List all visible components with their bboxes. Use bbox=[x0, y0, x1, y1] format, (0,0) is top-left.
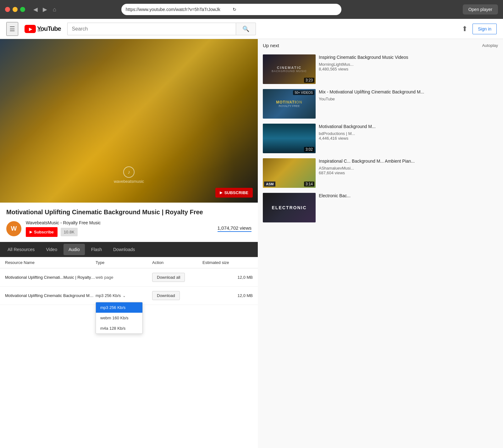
youtube-logo[interactable]: YouTube UA bbox=[25, 25, 61, 33]
suggested-video-5[interactable]: ELECTRONIC Electronic Bac... bbox=[258, 190, 503, 225]
open-player-button[interactable]: Open player bbox=[463, 4, 498, 14]
header-action: Action bbox=[152, 260, 202, 265]
video-meta-title-4: Inspirational C... Background M... Ambie… bbox=[319, 158, 498, 165]
youtube-logo-icon bbox=[25, 25, 36, 33]
youtube-header: ☰ YouTube UA 🔍 ⬆ Sign in bbox=[0, 19, 503, 39]
video-meta-4: Inspirational C... Background M... Ambie… bbox=[319, 158, 498, 188]
asm-badge: ASM bbox=[264, 182, 275, 187]
table-row: Motivational Uplifting Cinematic Backgro… bbox=[0, 287, 258, 305]
video-thumbnail-5: ELECTRONIC bbox=[263, 193, 316, 222]
video-container[interactable]: ♪ wavebeatsmusic SUBSCRIBE bbox=[0, 39, 258, 203]
address-bar[interactable]: https://www.youtube.com/watch?v=5hTaTrJo… bbox=[121, 4, 341, 15]
wavebeats-text: wavebeatsmusic bbox=[114, 179, 144, 184]
dropdown-option-webm[interactable]: webm 160 Kb/s bbox=[96, 313, 142, 323]
resources-table: Resource Name Type Action Estimated size… bbox=[0, 257, 258, 448]
tab-audio[interactable]: Audio bbox=[64, 244, 85, 255]
maximize-traffic-light[interactable] bbox=[20, 7, 25, 12]
video-duration-1: 3:23 bbox=[304, 78, 314, 83]
left-panel: ♪ wavebeatsmusic SUBSCRIBE Motivational … bbox=[0, 39, 258, 448]
video-thumbnail-1: CINEMATIC BACKGROUND MUSIC 3:23 bbox=[263, 54, 316, 84]
minimize-traffic-light[interactable] bbox=[13, 7, 18, 12]
resource-tabs: All Resources Video Audio Flash Download… bbox=[0, 242, 258, 257]
view-count: 1,074,702 views bbox=[218, 225, 252, 232]
tab-all-resources[interactable]: All Resources bbox=[3, 244, 40, 255]
video-meta-views-4: 687,604 views bbox=[319, 171, 498, 175]
video-meta-title-5: Electronic Bac... bbox=[319, 193, 498, 199]
resource-size-1: 12,0 MB bbox=[202, 275, 253, 280]
type-dropdown[interactable]: mp3 256 Kb/s ⌄ mp3 256 Kb/s webm 160 Kb/… bbox=[96, 293, 126, 298]
video-title: Motivational Uplifting Cinematic Backgro… bbox=[6, 208, 252, 216]
video-thumbnail-2: MOTIVATION ROYALTY FREE 50+ VIDEOS bbox=[263, 89, 316, 119]
resource-type-2: mp3 256 Kb/s ⌄ mp3 256 Kb/s webm 160 Kb/… bbox=[96, 293, 152, 298]
channel-actions: ▶ Subscribe 10.8K bbox=[26, 227, 213, 237]
video-meta-channel-4: AShamaluevMusi... bbox=[319, 166, 498, 171]
video-meta-3: Motivational Background M... bdProductio… bbox=[319, 124, 498, 153]
video-meta-title-2: Mix - Motivational Uplifting Cinematic B… bbox=[319, 89, 498, 95]
search-button[interactable]: 🔍 bbox=[236, 23, 256, 35]
cinematic-sub: BACKGROUND MUSIC bbox=[272, 70, 307, 73]
channel-avatar: W bbox=[6, 221, 21, 236]
action-cell-1: Download all bbox=[152, 273, 202, 282]
main-content: ♪ wavebeatsmusic SUBSCRIBE Motivational … bbox=[0, 39, 503, 448]
motivation-sub: ROYALTY FREE bbox=[279, 104, 300, 108]
header-resource-name: Resource Name bbox=[5, 260, 96, 265]
video-thumbnail-4: ASM 3:14 bbox=[263, 158, 316, 188]
url-text: https://www.youtube.com/watch?v=5hTaTrJo… bbox=[126, 7, 230, 12]
subscribe-label: Subscribe bbox=[34, 230, 54, 234]
forward-button[interactable]: ▶ bbox=[41, 5, 49, 14]
tab-downloads[interactable]: Downloads bbox=[108, 244, 140, 255]
wavebeats-icon: ♪ bbox=[123, 166, 135, 178]
suggested-video-3[interactable]: 3:02 Motivational Background M... bdProd… bbox=[258, 121, 503, 156]
video-meta-5: Electronic Bac... bbox=[319, 193, 498, 222]
video-meta-2: Mix - Motivational Uplifting Cinematic B… bbox=[319, 89, 498, 119]
subscribe-yt-icon: ▶ bbox=[30, 230, 32, 234]
header-type: Type bbox=[96, 260, 152, 265]
autoplay-label: Autoplay bbox=[482, 43, 498, 48]
channel-row: W WavebeatsMusic - Royalty Free Music ▶ … bbox=[6, 220, 252, 237]
tab-flash[interactable]: Flash bbox=[86, 244, 107, 255]
video-info: Motivational Uplifting Cinematic Backgro… bbox=[0, 203, 258, 242]
resource-size-2: 12,0 MB bbox=[202, 293, 253, 298]
up-next-header: Up next Autoplay bbox=[258, 39, 503, 52]
tab-video[interactable]: Video bbox=[41, 244, 62, 255]
subscribe-badge[interactable]: SUBSCRIBE bbox=[215, 188, 253, 198]
video-meta-channel-1: MorningLightMus... bbox=[319, 62, 498, 67]
video-thumbnail-3: 3:02 bbox=[263, 124, 316, 153]
download-all-button[interactable]: Download all bbox=[152, 273, 185, 282]
suggested-video-2[interactable]: MOTIVATION ROYALTY FREE 50+ VIDEOS Mix -… bbox=[258, 87, 503, 121]
video-meta-views-3: 4,446,416 views bbox=[319, 136, 498, 141]
dropdown-menu: mp3 256 Kb/s webm 160 Kb/s m4a 128 Kb/s bbox=[96, 302, 143, 334]
header-size: Estimated size bbox=[202, 260, 253, 265]
cinematic-text: CINEMATIC bbox=[272, 66, 307, 70]
suggested-video-1[interactable]: CINEMATIC BACKGROUND MUSIC 3:23 Inspirin… bbox=[258, 52, 503, 87]
nav-buttons: ◀ ▶ ⌂ bbox=[31, 5, 59, 14]
action-cell-2: Download bbox=[152, 291, 202, 300]
download-button[interactable]: Download bbox=[152, 291, 180, 300]
home-button[interactable]: ⌂ bbox=[50, 5, 59, 14]
selected-type: mp3 256 Kb/s bbox=[96, 293, 121, 298]
table-header: Resource Name Type Action Estimated size bbox=[0, 257, 258, 268]
subscriber-count: 10.8K bbox=[61, 228, 78, 236]
dropdown-option-mp3[interactable]: mp3 256 Kb/s bbox=[96, 302, 142, 313]
close-traffic-light[interactable] bbox=[5, 7, 10, 12]
reload-icon[interactable]: ↻ bbox=[233, 7, 337, 12]
suggested-video-4[interactable]: ASM 3:14 Inspirational C... Background M… bbox=[258, 156, 503, 190]
wavebeats-watermark: ♪ wavebeatsmusic bbox=[114, 166, 144, 184]
resource-name-1: Motivational Uplifting Cinemati...Music … bbox=[5, 275, 96, 280]
upload-button[interactable]: ⬆ bbox=[462, 25, 467, 33]
sign-in-button[interactable]: Sign in bbox=[473, 24, 497, 34]
motivation-text: MOTIVATION bbox=[276, 100, 302, 104]
channel-info: WavebeatsMusic - Royalty Free Music ▶ Su… bbox=[26, 220, 213, 237]
traffic-lights bbox=[5, 7, 25, 12]
video-duration-3: 3:02 bbox=[304, 147, 314, 152]
back-button[interactable]: ◀ bbox=[31, 5, 40, 14]
subscribe-button[interactable]: ▶ Subscribe bbox=[26, 227, 58, 237]
search-input[interactable] bbox=[67, 23, 236, 35]
dropdown-option-m4a[interactable]: m4a 128 Kb/s bbox=[96, 323, 142, 333]
up-next-label: Up next bbox=[263, 43, 279, 48]
channel-name: WavebeatsMusic - Royalty Free Music bbox=[26, 220, 213, 225]
video-meta-channel-2: YouTube bbox=[319, 97, 498, 101]
resource-type-1: web page bbox=[96, 275, 152, 280]
hamburger-menu[interactable]: ☰ bbox=[6, 22, 18, 36]
video-meta-views-1: 8,480,565 views bbox=[319, 67, 498, 71]
